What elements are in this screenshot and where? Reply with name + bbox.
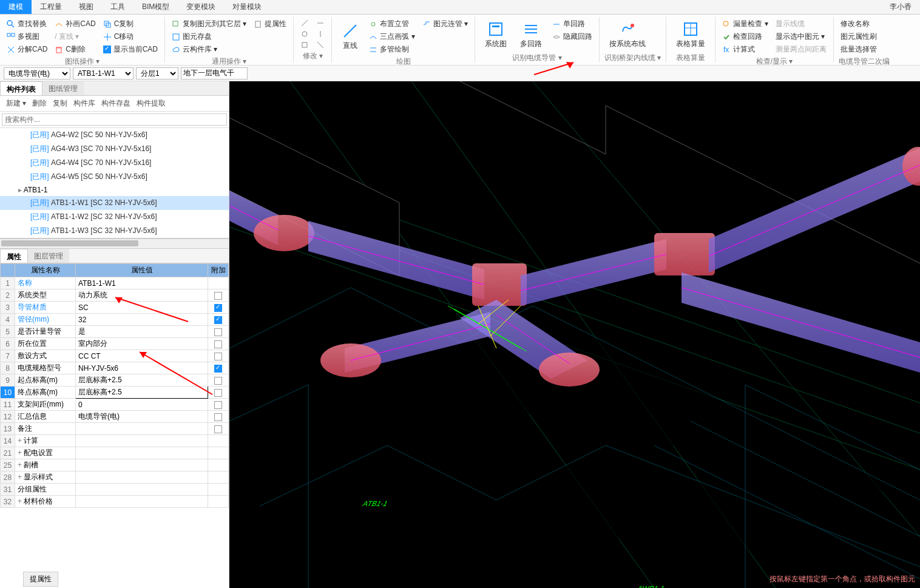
- tab-layer-mgmt[interactable]: 图层管理: [28, 249, 69, 263]
- checkbox-icon[interactable]: [214, 377, 222, 385]
- search-input[interactable]: [2, 113, 227, 126]
- tab-drawing-mgmt[interactable]: 图纸管理: [42, 81, 84, 95]
- single-loop-button[interactable]: 单回路: [550, 18, 594, 30]
- horizontal-scrollbar[interactable]: [0, 238, 229, 248]
- connect-pipe-button[interactable]: 图元连管 ▾: [421, 18, 470, 30]
- delete-button[interactable]: 删除: [30, 97, 49, 110]
- tree-item[interactable]: [已用] AG4-W4 [SC 70 NH-YJV-5x16]: [0, 156, 229, 170]
- element-save-button[interactable]: 图元存盘: [170, 31, 248, 42]
- lib-button[interactable]: 构件库: [71, 97, 98, 110]
- hide-loop-button[interactable]: 隐藏回路: [550, 31, 594, 42]
- prop-brush-button[interactable]: 图元属性刷: [839, 31, 879, 42]
- modify-btn-3[interactable]: [299, 40, 311, 50]
- find-replace-button[interactable]: 查找替换: [5, 18, 49, 30]
- 3d-viewport[interactable]: ATB1-1 AWB1-1 X Y Z 按鼠标左键指定第一个角点，或拾取构件图元: [229, 81, 920, 588]
- extract-props-button[interactable]: 提属性: [23, 572, 58, 587]
- property-row[interactable]: 10终点标高(m)层底标高+2.5: [1, 387, 229, 399]
- tab-build[interactable]: 建模: [0, 0, 32, 14]
- property-row[interactable]: 1名称ATB1-1-W1: [1, 277, 229, 289]
- checkbox-icon[interactable]: [214, 328, 222, 336]
- extract-prop-button[interactable]: 提属性: [252, 18, 288, 30]
- leak-check-button[interactable]: 漏量检查 ▾: [720, 18, 769, 30]
- multi-loop-button[interactable]: 多回路: [515, 18, 547, 52]
- rename-button[interactable]: 修改名称: [839, 18, 879, 30]
- copy-to-layer-button[interactable]: 复制图元到其它层 ▾: [170, 18, 248, 30]
- table-calc-button[interactable]: 表格算量: [671, 18, 710, 52]
- position-input[interactable]: [181, 67, 248, 79]
- tab-change[interactable]: 变更模块: [178, 0, 224, 14]
- c-move-button[interactable]: C移动: [101, 31, 160, 42]
- checkbox-icon[interactable]: [214, 316, 222, 324]
- property-row[interactable]: 2系统类型动力系统: [1, 289, 229, 302]
- by-system-wire-button[interactable]: 按系统布线: [604, 18, 651, 52]
- property-row[interactable]: 13备注: [1, 423, 229, 435]
- modify-btn-1[interactable]: [299, 18, 311, 28]
- batch-select-button[interactable]: 批量选择管: [839, 44, 879, 55]
- show-wires-button[interactable]: 显示线缆: [774, 18, 828, 30]
- tree-group[interactable]: ATB1-1: [0, 184, 229, 196]
- tree-item[interactable]: [已用] ATB1-1-W2 [SC 32 NH-YJV-5x6]: [0, 210, 229, 224]
- property-row[interactable]: 5是否计量导管是: [1, 326, 229, 338]
- tree-item[interactable]: [已用] ATB1-1-W3 [SC 32 NH-YJV-5x6]: [0, 224, 229, 238]
- formula-button[interactable]: fx计算式: [720, 44, 769, 55]
- property-row[interactable]: 25+ 剔槽: [1, 459, 229, 471]
- extract-button[interactable]: 构件提取: [134, 97, 168, 110]
- modify-btn-6[interactable]: [314, 40, 326, 50]
- checkbox-icon[interactable]: [214, 389, 222, 397]
- new-button[interactable]: 新建 ▾: [4, 97, 29, 110]
- layer-select[interactable]: 分层1: [136, 67, 178, 79]
- property-row[interactable]: 32+ 材料价格: [1, 496, 229, 508]
- property-row[interactable]: 9起点标高(m)层底标高+2.5: [1, 374, 229, 387]
- c-delete-button[interactable]: C删除: [53, 44, 97, 55]
- tree-item[interactable]: [已用] AG4-W2 [SC 50 NH-YJV-5x6]: [0, 128, 229, 142]
- c-copy-button[interactable]: C复制: [101, 18, 160, 30]
- tab-properties[interactable]: 属性: [0, 249, 28, 263]
- tree-item[interactable]: [已用] ATB1-1-W1 [SC 32 NH-YJV-5x6]: [0, 196, 229, 210]
- user-name[interactable]: 李小香: [881, 2, 920, 12]
- checkbox-icon[interactable]: [214, 413, 222, 421]
- tab-component-list[interactable]: 构件列表: [0, 81, 42, 95]
- checkbox-icon[interactable]: [214, 353, 222, 360]
- tab-tools[interactable]: 工具: [102, 0, 134, 14]
- checkbox-icon[interactable]: [214, 401, 222, 409]
- save-button[interactable]: 构件存盘: [99, 97, 133, 110]
- multi-pipe-button[interactable]: 多管绘制: [367, 44, 416, 55]
- modify-btn-2[interactable]: [299, 29, 311, 39]
- arc-button[interactable]: 三点画弧 ▾: [367, 31, 416, 42]
- cloud-lib-button[interactable]: 云构件库 ▾: [170, 44, 248, 55]
- show-current-cad-checkbox[interactable]: 显示当前CAD: [101, 44, 160, 55]
- system-diagram-button[interactable]: 系统图: [480, 18, 512, 52]
- checkbox-icon[interactable]: [214, 292, 222, 300]
- property-row[interactable]: 7敷设方式CC CT: [1, 350, 229, 362]
- measure-button[interactable]: 测量两点间距离: [774, 44, 828, 55]
- line-button[interactable]: / 直线 ▾: [53, 31, 97, 42]
- tree-item[interactable]: [已用] AG4-W5 [SC 50 NH-YJV-5x6]: [0, 170, 229, 184]
- tab-qty[interactable]: 工程量: [32, 0, 70, 14]
- property-row[interactable]: 14+ 计算: [1, 435, 229, 447]
- checkbox-icon[interactable]: [214, 365, 222, 373]
- checkbox-icon[interactable]: [214, 340, 222, 348]
- property-row[interactable]: 31分组属性: [1, 484, 229, 496]
- tab-compare[interactable]: 对量模块: [224, 0, 270, 14]
- property-row[interactable]: 21+ 配电设置: [1, 447, 229, 459]
- copy-button[interactable]: 复制: [50, 97, 70, 110]
- category-select[interactable]: 电缆导管(电): [4, 67, 70, 79]
- show-selected-button[interactable]: 显示选中图元 ▾: [774, 31, 828, 42]
- vertical-pipe-button[interactable]: 布置立管: [367, 18, 416, 30]
- property-row[interactable]: 28+ 显示样式: [1, 471, 229, 484]
- multi-view-button[interactable]: 多视图: [5, 31, 49, 42]
- property-row[interactable]: 12汇总信息电缆导管(电): [1, 411, 229, 423]
- name-select[interactable]: ATB1-1-W1: [73, 67, 134, 79]
- line-big-button[interactable]: 直线: [337, 18, 364, 55]
- property-row[interactable]: 11支架间距(mm)0: [1, 399, 229, 411]
- fill-cad-button[interactable]: 补画CAD: [53, 18, 97, 30]
- check-loop-button[interactable]: 检查回路: [720, 31, 769, 42]
- tab-bim[interactable]: BIM模型: [134, 0, 178, 14]
- modify-btn-4[interactable]: [314, 18, 326, 28]
- checkbox-icon[interactable]: [214, 304, 222, 312]
- property-row[interactable]: 3导管材质SC: [1, 302, 229, 314]
- modify-btn-5[interactable]: [314, 29, 326, 39]
- tree-item[interactable]: [已用] AG4-W3 [SC 70 NH-YJV-5x16]: [0, 142, 229, 156]
- checkbox-icon[interactable]: [214, 425, 222, 433]
- tab-view[interactable]: 视图: [70, 0, 102, 14]
